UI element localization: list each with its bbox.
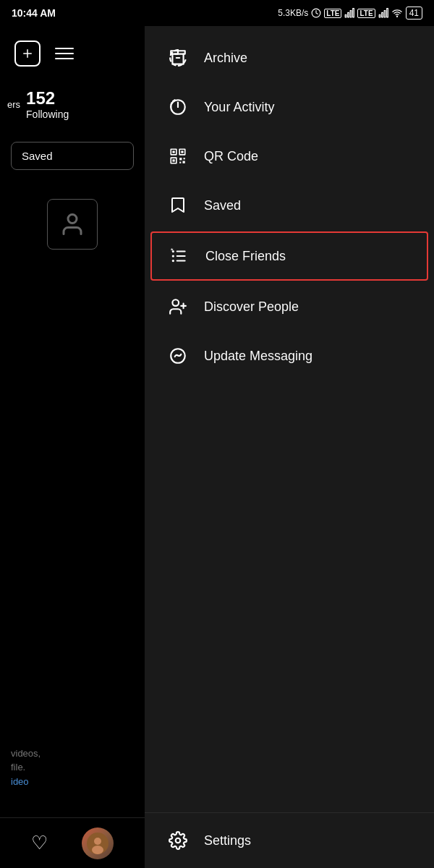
- update-messaging-label: Update Messaging: [204, 349, 312, 364]
- activity-svg: [169, 98, 187, 116]
- menu-item-your-activity[interactable]: Your Activity: [145, 82, 434, 132]
- svg-rect-27: [183, 161, 185, 163]
- svg-rect-4: [353, 9, 354, 17]
- stat-label-partial: ers: [7, 99, 20, 110]
- following-count: 152: [26, 88, 69, 109]
- archive-icon: [166, 46, 190, 69]
- wifi-icon: [391, 8, 403, 18]
- add-person-svg: [169, 297, 187, 316]
- heart-icon[interactable]: ♡: [31, 832, 48, 854]
- clock-icon: [311, 8, 321, 18]
- network-speed: 5.3KB/s: [278, 8, 308, 18]
- plus-icon: [21, 47, 34, 60]
- svg-point-14: [94, 838, 101, 845]
- discover-people-icon: [166, 295, 190, 318]
- svg-rect-24: [179, 158, 182, 160]
- profile-photo-placeholder: [47, 199, 98, 250]
- left-panel: ers 152 Following Saved videos, file. id…: [0, 26, 145, 868]
- menu-item-saved[interactable]: Saved: [145, 181, 434, 230]
- status-right-icons: 5.3KB/s LTE LTE 41: [278, 7, 422, 20]
- svg-point-35: [172, 299, 179, 306]
- archive-svg: [169, 48, 187, 67]
- battery-indicator: 41: [406, 7, 422, 20]
- left-bottom-text: videos, file. ideo: [0, 739, 51, 796]
- signal-icon: [344, 8, 354, 18]
- messenger-svg: [169, 346, 187, 365]
- activity-icon: [166, 95, 190, 119]
- avatar[interactable]: [82, 827, 114, 859]
- add-post-button[interactable]: [14, 41, 41, 67]
- svg-point-9: [396, 16, 397, 17]
- close-friends-label: Close Friends: [205, 249, 286, 264]
- lte-badge: LTE: [324, 9, 341, 18]
- svg-rect-1: [346, 14, 347, 17]
- svg-rect-19: [172, 150, 174, 153]
- svg-rect-5: [379, 14, 380, 17]
- svg-rect-21: [181, 150, 183, 153]
- close-friends-icon: [168, 244, 191, 268]
- signal-icon2: [378, 8, 388, 18]
- menu-item-archive[interactable]: Archive: [145, 33, 434, 82]
- activity-label: Your Activity: [204, 100, 274, 115]
- menu-item-settings[interactable]: Settings: [145, 812, 434, 868]
- lte-badge2: LTE: [357, 9, 375, 18]
- qr-icon: [166, 145, 190, 168]
- following-label: Following: [26, 109, 69, 120]
- svg-point-30: [172, 255, 174, 257]
- hamburger-menu[interactable]: [55, 48, 74, 59]
- svg-rect-23: [172, 159, 174, 161]
- svg-rect-6: [381, 12, 383, 17]
- discover-people-label: Discover People: [204, 299, 299, 315]
- saved-icon: [166, 194, 190, 217]
- profile-stats: ers 152 Following: [0, 81, 145, 135]
- svg-rect-25: [184, 158, 185, 159]
- bottom-link[interactable]: ideo: [11, 775, 41, 789]
- saved-label: Saved: [204, 198, 241, 213]
- status-bar: 10:44 AM 5.3KB/s LTE LTE 41: [0, 0, 434, 26]
- menu-item-close-friends[interactable]: Close Friends: [150, 231, 428, 281]
- messaging-icon: [166, 344, 190, 367]
- svg-point-12: [68, 215, 77, 224]
- menu-list: Archive Your Activity: [145, 26, 434, 868]
- svg-rect-2: [348, 12, 349, 17]
- menu-item-qr-code[interactable]: QR Code: [145, 132, 434, 181]
- right-drawer-panel: Archive Your Activity: [145, 26, 434, 868]
- bottom-text-line2: file.: [11, 760, 41, 775]
- menu-item-discover-people[interactable]: Discover People: [145, 282, 434, 331]
- bookmark-svg: [169, 196, 187, 215]
- svg-rect-33: [176, 260, 186, 261]
- bottom-nav: ♡: [0, 817, 145, 868]
- bottom-text-line1: videos,: [11, 746, 41, 761]
- svg-rect-26: [179, 162, 181, 163]
- svg-rect-29: [176, 250, 186, 252]
- avatar-image: [87, 833, 109, 854]
- settings-icon: [166, 829, 190, 852]
- person-icon: [59, 211, 85, 237]
- svg-rect-7: [384, 11, 386, 17]
- close-friends-svg: [170, 247, 189, 265]
- saved-button[interactable]: Saved: [11, 142, 134, 170]
- svg-point-15: [92, 846, 103, 854]
- svg-point-39: [176, 838, 181, 843]
- status-time: 10:44 AM: [12, 7, 56, 19]
- svg-point-32: [172, 260, 174, 262]
- svg-rect-31: [176, 255, 186, 257]
- svg-point-17: [177, 106, 179, 108]
- svg-rect-3: [351, 11, 352, 17]
- qr-label: QR Code: [204, 149, 258, 164]
- archive-label: Archive: [204, 51, 247, 66]
- top-icons-row: [0, 33, 145, 81]
- settings-svg: [169, 831, 187, 850]
- settings-label: Settings: [204, 833, 251, 848]
- svg-rect-8: [386, 9, 388, 17]
- menu-item-update-messaging[interactable]: Update Messaging: [145, 331, 434, 380]
- svg-point-28: [172, 250, 174, 252]
- qr-svg: [169, 147, 187, 166]
